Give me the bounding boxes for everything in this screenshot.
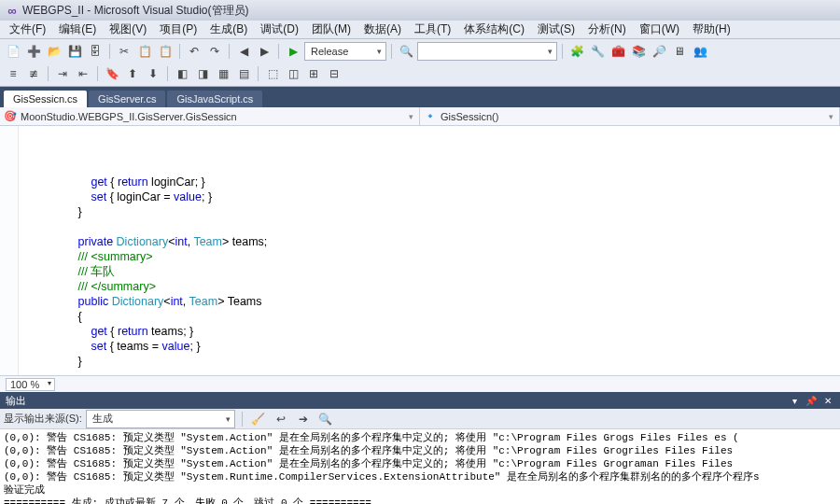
output-source-combo[interactable]: 生成 xyxy=(86,410,235,428)
window-title: WEBGPS_II - Microsoft Visual Studio(管理员) xyxy=(22,3,249,19)
menu-item-13[interactable]: 帮助(H) xyxy=(687,20,736,39)
vs-logo-icon: ∞ xyxy=(6,4,19,17)
menu-item-6[interactable]: 团队(M) xyxy=(306,20,357,39)
menu-bar: 文件(F)编辑(E)视图(V)项目(P)生成(B)调试(D)团队(M)数据(A)… xyxy=(0,21,840,39)
copy-icon[interactable]: 📋 xyxy=(135,42,154,61)
menu-item-3[interactable]: 项目(P) xyxy=(154,20,203,39)
toolbar-area: 📄 ➕ 📂 💾 🗄 ✂ 📋 📋 ↶ ↷ ◀ ▶ ▶ Release 🔍 🧩 🔧 … xyxy=(0,39,840,87)
method-icon: 🔹 xyxy=(424,110,437,123)
menu-item-4[interactable]: 生成(B) xyxy=(204,20,253,39)
titlebar: ∞ WEBGPS_II - Microsoft Visual Studio(管理… xyxy=(0,0,840,21)
bookmark-prev-icon[interactable]: ⬆ xyxy=(123,64,142,83)
output-title: 输出 xyxy=(6,394,26,408)
object-browser-icon[interactable]: 🔎 xyxy=(650,42,668,61)
code-line xyxy=(26,219,840,234)
panel-pin-icon[interactable]: 📌 xyxy=(805,394,818,407)
find-combo[interactable] xyxy=(417,42,557,61)
output-toolbar: 显示输出来源(S): 生成 🧹 ↩ ➔ 🔍 xyxy=(0,409,840,429)
type-nav-combo[interactable]: 🎯 MoonStudio.WEBGPS_II.GisServer.GisSess… xyxy=(0,107,420,125)
tb-misc8-icon[interactable]: ⊟ xyxy=(325,64,343,83)
member-nav-text: GisSessicn() xyxy=(441,111,498,122)
outdent-icon[interactable]: ⇤ xyxy=(74,64,92,83)
tb-misc3-icon[interactable]: ▦ xyxy=(214,64,232,83)
tb-misc5-icon[interactable]: ⬚ xyxy=(263,64,282,83)
code-line: set { loginCar = value; } xyxy=(26,189,840,204)
toolbox-icon[interactable]: 🧰 xyxy=(609,42,627,61)
document-tabstrip: GisSessicn.csGisServer.csGisJavaScript.c… xyxy=(0,87,840,107)
output-goto-icon[interactable]: ➔ xyxy=(294,410,313,428)
tb-misc6-icon[interactable]: ◫ xyxy=(284,64,302,83)
output-clear-icon[interactable]: 🧹 xyxy=(249,410,268,428)
menu-item-7[interactable]: 数据(A) xyxy=(358,20,407,39)
menu-item-9[interactable]: 体系结构(C) xyxy=(458,20,530,39)
code-line: public Dictionary<int, Team> Teams xyxy=(26,294,840,309)
menu-item-1[interactable]: 编辑(E) xyxy=(53,20,102,39)
comment-icon[interactable]: ≡ xyxy=(4,64,22,83)
team-explorer-icon[interactable]: 👥 xyxy=(691,42,709,61)
nav-back-icon[interactable]: ◀ xyxy=(234,42,253,61)
code-line: } xyxy=(26,354,840,369)
code-line: get { return teams; } xyxy=(26,324,840,339)
start-icon[interactable]: ▶ xyxy=(284,42,302,61)
code-line: /// 车队 xyxy=(26,264,840,279)
bookmark-icon[interactable]: 🔖 xyxy=(103,64,121,83)
output-source-label: 显示输出来源(S): xyxy=(4,412,82,426)
code-area[interactable]: get { return loginCar; } set { loginCar … xyxy=(0,126,840,375)
toolbar-row-1: 📄 ➕ 📂 💾 🗄 ✂ 📋 📋 ↶ ↷ ◀ ▶ ▶ Release 🔍 🧩 🔧 … xyxy=(4,41,836,62)
output-find-icon[interactable]: 🔍 xyxy=(316,410,335,428)
menu-item-8[interactable]: 工具(T) xyxy=(409,20,456,39)
code-line: /// <summary> xyxy=(26,249,840,264)
save-icon[interactable]: 💾 xyxy=(65,42,84,61)
tb-misc1-icon[interactable]: ◧ xyxy=(173,64,191,83)
tb-misc2-icon[interactable]: ◨ xyxy=(193,64,212,83)
add-item-icon[interactable]: ➕ xyxy=(24,42,43,61)
document-tab-0[interactable]: GisSessicn.cs xyxy=(4,91,87,107)
output-wordwrap-icon[interactable]: ↩ xyxy=(272,410,290,428)
editor-footer: 100 % xyxy=(0,375,840,392)
menu-item-10[interactable]: 测试(S) xyxy=(532,20,581,39)
indent-icon[interactable]: ⇥ xyxy=(53,64,72,83)
member-nav-combo[interactable]: 🔹 GisSessicn() xyxy=(420,107,840,125)
configuration-combo[interactable]: Release xyxy=(304,42,386,61)
code-line: { xyxy=(26,309,840,324)
toolbar-row-2: ≡ ≢ ⇥ ⇤ 🔖 ⬆ ⬇ ◧ ◨ ▦ ▤ ⬚ ◫ ⊞ ⊟ xyxy=(4,63,836,84)
tb-misc7-icon[interactable]: ⊞ xyxy=(304,64,323,83)
output-header[interactable]: 输出 ▾ 📌 ✕ xyxy=(0,392,840,409)
new-project-icon[interactable]: 📄 xyxy=(4,42,22,61)
paste-icon[interactable]: 📋 xyxy=(156,42,175,61)
zoom-combo[interactable]: 100 % xyxy=(6,378,55,391)
panel-menu-icon[interactable]: ▾ xyxy=(788,394,801,407)
nav-fwd-icon[interactable]: ▶ xyxy=(255,42,273,61)
class-icon: 🎯 xyxy=(4,110,17,123)
open-icon[interactable]: 📂 xyxy=(45,42,63,61)
output-panel: 输出 ▾ 📌 ✕ 显示输出来源(S): 生成 🧹 ↩ ➔ 🔍 (0,0): 警告… xyxy=(0,392,840,504)
panel-close-icon[interactable]: ✕ xyxy=(821,394,834,407)
cut-icon[interactable]: ✂ xyxy=(115,42,133,61)
class-view-icon[interactable]: 📚 xyxy=(629,42,648,61)
solution-explorer-icon[interactable]: 🧩 xyxy=(567,42,586,61)
menu-item-12[interactable]: 窗口(W) xyxy=(634,20,685,39)
code-nav-bar: 🎯 MoonStudio.WEBGPS_II.GisServer.GisSess… xyxy=(0,107,840,126)
redo-icon[interactable]: ↷ xyxy=(205,42,224,61)
code-line: /// </summary> xyxy=(26,279,840,294)
tb-misc4-icon[interactable]: ▤ xyxy=(234,64,253,83)
save-all-icon[interactable]: 🗄 xyxy=(86,42,105,61)
type-nav-text: MoonStudio.WEBGPS_II.GisServer.GisSessic… xyxy=(21,111,237,122)
menu-item-11[interactable]: 分析(N) xyxy=(582,20,632,39)
code-line: } xyxy=(26,204,840,219)
find-icon[interactable]: 🔍 xyxy=(397,42,415,61)
code-line: get { return loginCar; } xyxy=(26,175,840,189)
menu-item-2[interactable]: 视图(V) xyxy=(104,20,152,39)
code-line xyxy=(26,369,840,375)
code-editor: get { return loginCar; } set { loginCar … xyxy=(0,126,840,392)
uncomment-icon[interactable]: ≢ xyxy=(24,64,43,83)
bookmark-next-icon[interactable]: ⬇ xyxy=(144,64,162,83)
server-explorer-icon[interactable]: 🖥 xyxy=(670,42,689,61)
output-text[interactable]: (0,0): 警告 CS1685: 预定义类型 "System.Action" … xyxy=(0,429,840,504)
menu-item-5[interactable]: 调试(D) xyxy=(255,20,304,39)
undo-icon[interactable]: ↶ xyxy=(185,42,203,61)
properties-icon[interactable]: 🔧 xyxy=(588,42,607,61)
menu-item-0[interactable]: 文件(F) xyxy=(4,20,51,39)
document-tab-2[interactable]: GisJavaScript.cs xyxy=(167,91,262,107)
document-tab-1[interactable]: GisServer.cs xyxy=(89,91,165,107)
